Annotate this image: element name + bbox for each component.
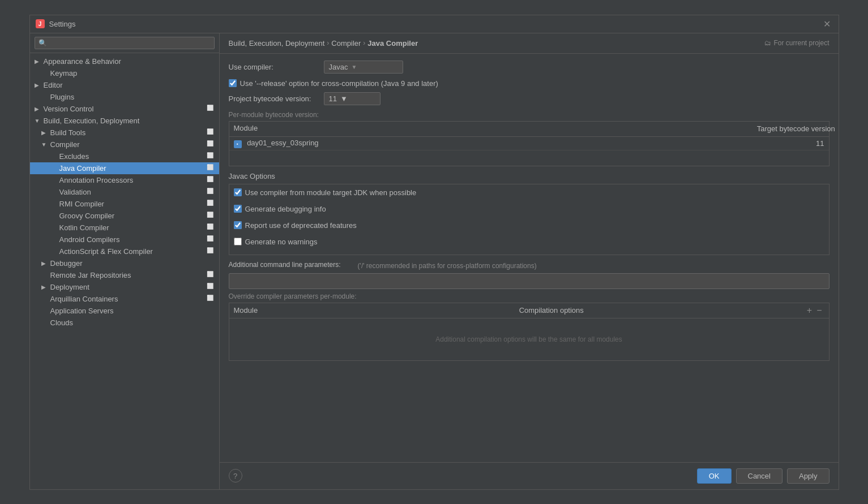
for-current-project-label: For current project xyxy=(773,39,829,47)
sidebar-item-arquillian[interactable]: Arquillian Containers ⬜ xyxy=(30,293,219,305)
breadcrumb-separator-2: › xyxy=(363,39,365,47)
sidebar-item-label: Clouds xyxy=(50,318,215,327)
module-cell: ▪ day01_essy_03spring xyxy=(234,139,711,148)
sidebar-item-appearance[interactable]: ▶ Appearance & Behavior xyxy=(30,55,219,67)
main-content: ▶ Appearance & Behavior Keymap ▶ Editor … xyxy=(30,33,839,489)
compiler-dropdown[interactable]: Javac ▼ xyxy=(324,61,403,74)
close-button[interactable]: ✕ xyxy=(821,19,833,29)
sidebar-item-annotation-processors[interactable]: Annotation Processors ⬜ xyxy=(30,174,219,186)
title-bar: J Settings ✕ xyxy=(30,15,839,33)
override-label: Override compiler parameters per-module: xyxy=(229,292,829,300)
sidebar-item-app-servers[interactable]: Application Servers xyxy=(30,305,219,317)
sidebar-item-compiler[interactable]: ▼ Compiler ⬜ xyxy=(30,139,219,150)
copy-icon: ⬜ xyxy=(207,188,215,196)
sidebar-item-plugins[interactable]: Plugins xyxy=(30,91,219,103)
dropdown-arrow: ▼ xyxy=(351,64,357,70)
app-icon: J xyxy=(36,19,45,28)
module-icon: ▪ xyxy=(234,140,242,148)
footer-left: ? xyxy=(229,469,242,483)
sidebar-item-build-tools[interactable]: ▶ Build Tools ⬜ xyxy=(30,127,219,139)
sidebar-item-version-control[interactable]: ▶ Version Control ⬜ xyxy=(30,103,219,115)
apply-button[interactable]: Apply xyxy=(787,468,829,484)
per-module-table-header: Module Target bytecode version + − xyxy=(229,122,829,137)
generate-debug-checkbox[interactable] xyxy=(234,205,242,213)
sidebar-item-label: Remote Jar Repositories xyxy=(50,271,204,279)
module-col-header: Module xyxy=(234,124,722,134)
copy-icon: ⬜ xyxy=(207,283,215,291)
cancel-button[interactable]: Cancel xyxy=(736,468,783,484)
search-box xyxy=(30,33,219,53)
copy-icon: ⬜ xyxy=(207,164,215,172)
override-table-empty: Additional compilation options will be t… xyxy=(229,318,829,360)
sidebar-item-debugger[interactable]: ▶ Debugger xyxy=(30,257,219,269)
override-module-col-header: Module xyxy=(234,306,519,315)
sidebar-item-rmi-compiler[interactable]: RMI Compiler ⬜ xyxy=(30,198,219,210)
release-option-row: Use '--release' option for cross-compila… xyxy=(229,79,829,88)
remove-override-button[interactable]: − xyxy=(814,305,824,316)
report-deprecated-checkbox[interactable] xyxy=(234,221,242,229)
release-option-checkbox[interactable] xyxy=(229,79,237,87)
cmd-params-input[interactable] xyxy=(229,273,829,289)
ok-button[interactable]: OK xyxy=(697,468,732,484)
search-input[interactable] xyxy=(35,37,215,49)
sidebar-item-kotlin-compiler[interactable]: Kotlin Compiler ⬜ xyxy=(30,222,219,234)
bytecode-version-value: 11 xyxy=(329,94,337,103)
copy-icon: ⬜ xyxy=(207,271,215,279)
sidebar-item-build-exec[interactable]: ▼ Build, Execution, Deployment xyxy=(30,115,219,127)
javac-option-no-warnings: Generate no warnings xyxy=(229,236,829,248)
no-warnings-label: Generate no warnings xyxy=(245,238,318,246)
copy-icon: ⬜ xyxy=(207,152,215,160)
sidebar-item-label: Build, Execution, Deployment xyxy=(44,117,215,125)
copy-icon: ⬜ xyxy=(207,295,215,303)
arrow-icon: ▶ xyxy=(35,58,42,64)
sidebar-item-label: Android Compilers xyxy=(59,235,204,244)
sidebar-item-java-compiler[interactable]: Java Compiler ⬜ xyxy=(30,162,219,174)
help-button[interactable]: ? xyxy=(229,469,242,483)
bytecode-version-label: Project bytecode version: xyxy=(229,94,319,103)
no-warnings-checkbox[interactable] xyxy=(234,238,242,245)
settings-dialog: J Settings ✕ ▶ Appearance & Behavior Key… xyxy=(29,15,839,490)
sidebar-item-clouds[interactable]: Clouds xyxy=(30,317,219,329)
sidebar-item-excludes[interactable]: Excludes ⬜ xyxy=(30,150,219,162)
nav-tree: ▶ Appearance & Behavior Keymap ▶ Editor … xyxy=(30,53,219,489)
add-override-button[interactable]: + xyxy=(805,305,814,316)
copy-icon: ⬜ xyxy=(207,223,215,231)
override-empty-message: Additional compilation options will be t… xyxy=(435,335,622,343)
sidebar-item-label: Editor xyxy=(44,81,215,89)
sidebar-item-groovy-compiler[interactable]: Groovy Compiler ⬜ xyxy=(30,210,219,222)
add-module-button[interactable]: + xyxy=(837,124,839,134)
sidebar-item-remote-jar[interactable]: Remote Jar Repositories ⬜ xyxy=(30,269,219,281)
javac-option-use-jdk: Use compiler from module target JDK when… xyxy=(229,187,829,199)
cmd-params-section: Additional command line parameters: ('/'… xyxy=(229,261,829,289)
breadcrumb-item-1: Build, Execution, Deployment xyxy=(229,39,325,48)
sidebar-item-android-compilers[interactable]: Android Compilers ⬜ xyxy=(30,234,219,245)
copy-icon: ⬜ xyxy=(207,200,215,208)
sidebar-item-actionscript-compiler[interactable]: ActionScript & Flex Compiler ⬜ xyxy=(30,245,219,257)
sidebar-item-deployment[interactable]: ▶ Deployment ⬜ xyxy=(30,281,219,293)
module-name: day01_essy_03spring xyxy=(247,139,318,147)
override-table: Module Compilation options + − Additiona… xyxy=(229,303,829,361)
breadcrumb-item-2: Compiler xyxy=(331,39,361,48)
arrow-icon: ▶ xyxy=(35,106,42,112)
arrow-icon: ▶ xyxy=(41,260,49,266)
bytecode-version-row: Project bytecode version: 11 ▼ xyxy=(229,92,829,105)
javac-option-deprecated: Report use of deprecated features xyxy=(229,219,829,231)
per-module-label: Per-module bytecode version: xyxy=(229,111,829,119)
use-jdk-checkbox[interactable] xyxy=(234,188,242,196)
sidebar-item-label: Version Control xyxy=(44,105,204,113)
sidebar-item-keymap[interactable]: Keymap xyxy=(30,67,219,79)
generate-debug-label: Generate debugging info xyxy=(245,205,326,213)
override-table-header: Module Compilation options + − xyxy=(229,303,829,318)
sidebar-item-label: Compiler xyxy=(50,140,204,149)
sidebar-item-editor[interactable]: ▶ Editor xyxy=(30,79,219,91)
sidebar-item-validation[interactable]: Validation ⬜ xyxy=(30,186,219,198)
breadcrumb-separator: › xyxy=(327,39,329,47)
sidebar-item-label: Build Tools xyxy=(50,128,204,137)
sidebar-item-label: ActionScript & Flex Compiler xyxy=(59,247,204,256)
table-row: ▪ day01_essy_03spring 11 xyxy=(229,137,829,150)
bytecode-version-dropdown[interactable]: 11 ▼ xyxy=(324,92,380,105)
arrow-icon: ▶ xyxy=(41,130,49,136)
sidebar-item-label: Plugins xyxy=(50,93,215,101)
use-jdk-label: Use compiler from module target JDK when… xyxy=(245,188,417,197)
copy-icon: ⬜ xyxy=(207,140,215,148)
